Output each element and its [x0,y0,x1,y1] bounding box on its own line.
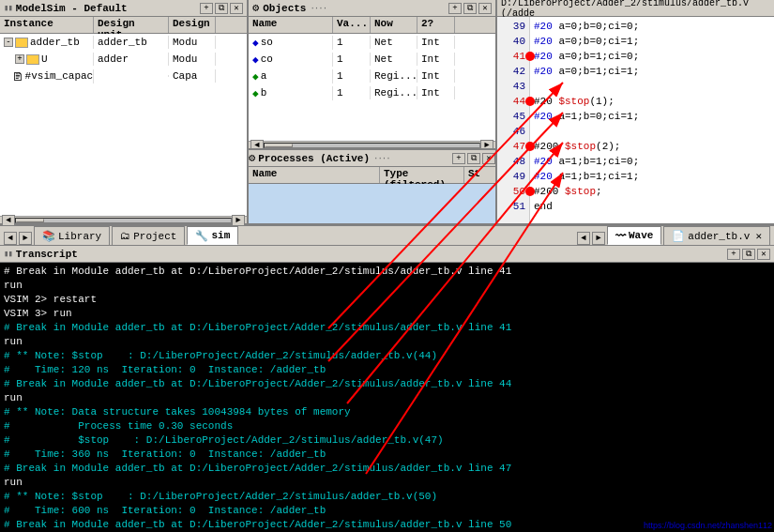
watermark: https://blog.csdn.net/zhanshen112 [644,521,772,530]
scroll-right-btn[interactable]: ► [232,215,245,226]
obj-val-co: 1 [333,53,371,66]
line-number: 44 [497,94,529,109]
transcript-pin-button[interactable]: + [727,249,740,260]
objects-title-left: ⚙ Objects ···· [252,1,326,15]
objects-panel: ⚙ Objects ···· + ⧉ ✕ Name Va... Now 2? ◆… [249,0,497,223]
processes-panel: ⚙ Processes (Active) ···· + ⧉ ✕ Name Typ… [249,148,495,223]
close-button[interactable]: ✕ [230,3,243,14]
tree-expand-icon[interactable]: - [4,38,13,47]
obj-col-now-label: Now [371,17,417,33]
code-line: #20 a=1;b=1;ci=1; [534,169,770,184]
instance-row[interactable]: - adder_tb adder_tb Modu [0,34,247,51]
objects-rows: ◆ so 1 Net Int ◆ co 1 Net Int ◆ [249,34,495,141]
instance-rows: - adder_tb adder_tb Modu + U adder Modu [0,34,247,216]
line-number: 43 [497,79,529,94]
obj-col-age-label: 2? [417,17,455,33]
line-number: 47 [497,139,529,154]
transcript-line: run [4,335,770,349]
right-tab-scroll-right[interactable]: ► [592,232,605,245]
obj-now-so: Net [371,36,417,49]
instance-hscroll[interactable]: ◄ ► [0,216,247,223]
obj-pin-button[interactable]: + [448,3,462,14]
breakpoint-dot [525,187,535,196]
proc-gear-icon: ⚙ [249,151,255,165]
object-row-co[interactable]: ◆ co 1 Net Int [249,51,495,68]
instance-row[interactable]: 🖹 #vsim_capacity# Capa [0,68,247,84]
breakpoint-dot [525,142,535,151]
tab-wave[interactable]: 〰 Wave [607,226,661,245]
obj-age-b: Int [417,86,455,99]
pin-button[interactable]: + [200,3,213,14]
instance-panel-controls[interactable]: + ⧉ ✕ [200,3,243,14]
objects-dots: ···· [310,4,326,13]
object-row-so[interactable]: ◆ so 1 Net Int [249,34,495,51]
obj-now-b: Regi... [371,86,417,99]
object-row-a[interactable]: ◆ a 1 Regi... Int [249,68,495,84]
instance-name-cap: #vsim_capacity# [25,70,94,82]
instance-design-u: Modu [169,53,216,66]
instance-title-left: ▮▮ ModelSim - Default [4,3,128,14]
proc-close-button[interactable]: ✕ [482,153,495,164]
proc-col-st-label: St [464,167,493,183]
transcript-panel-controls[interactable]: + ⧉ ✕ [727,249,770,260]
transcript-dots: ▮▮ [4,249,12,259]
code-titlebar: D:/LiberoProject/Adder_2/stimulus/adder_… [497,0,774,17]
transcript-restore-button[interactable]: ⧉ [742,249,755,260]
transcript-line: # Break in Module adder_tb at D:/LiberoP… [4,377,770,391]
transcript-close-button[interactable]: ✕ [757,249,770,260]
objects-panel-controls[interactable]: + ⧉ ✕ [448,3,492,14]
tab-project[interactable]: 🗂 Project [112,226,185,245]
obj-age-a: Int [417,69,455,83]
tab-adder-tb[interactable]: 📄 adder_tb.v ✕ [663,226,770,245]
objects-hscroll[interactable]: ◄ ► [249,141,495,148]
line-number: 42 [497,64,529,79]
transcript-line: # Break in Module adder_tb at D:/LiberoP… [4,321,770,335]
transcript-title-area: ▮▮ Transcript [4,249,78,260]
proc-panel-controls[interactable]: + ⧉ ✕ [452,153,495,164]
col-instance-label: Instance [0,17,94,33]
library-icon: 📚 [42,230,55,242]
obj-scroll-track[interactable] [264,143,480,148]
right-tab-scroll-left[interactable]: ◄ [577,232,590,245]
instance-row[interactable]: + U adder Modu [0,51,247,68]
obj-val-so: 1 [333,36,371,49]
transcript-line: # ** Note: $stop : D:/LiberoProject/Adde… [4,349,770,363]
instance-name-cell: + U [0,53,94,66]
object-row-b[interactable]: ◆ b 1 Regi... Int [249,84,495,101]
transcript-line: run [4,279,770,293]
transcript-line: # Time: 360 ns Iteration: 0 Instance: /a… [4,448,770,462]
instance-title-text: ModelSim - Default [16,3,128,14]
folder-icon-u [26,54,39,65]
obj-now-a: Regi... [371,69,417,83]
transcript-content[interactable]: # Break in Module adder_tb at D:/LiberoP… [0,263,774,532]
transcript-titlebar: ▮▮ Transcript + ⧉ ✕ [0,246,774,263]
obj-close-button[interactable]: ✕ [478,3,492,14]
instance-design: Modu [169,36,216,49]
tab-scroll-right[interactable]: ► [19,232,32,245]
obj-restore-button[interactable]: ⧉ [463,3,477,14]
tab-library[interactable]: 📚 Library [34,226,110,245]
tree-expand-icon-u[interactable]: + [15,54,24,64]
code-line: #200 $stop; [534,184,770,199]
code-line: end [534,199,770,214]
proc-pin-button[interactable]: + [452,153,465,164]
close-tab-icon[interactable]: ✕ [755,230,762,242]
instance-name-cell: - adder_tb [0,36,94,49]
adder-tb-label: adder_tb.v [688,231,750,242]
restore-button[interactable]: ⧉ [215,3,228,14]
breakpoint-dot [525,52,535,61]
scroll-track[interactable] [15,218,232,223]
instance-name: adder_tb [30,37,80,48]
project-label: Project [133,231,176,242]
transcript-line: # Process time 0.30 seconds [4,419,770,433]
obj-name-a: ◆ a [249,69,333,84]
obj-val-a: 1 [333,69,371,83]
sim-label: sim [211,230,230,241]
scroll-left-btn[interactable]: ◄ [2,215,15,226]
instance-name-cell: 🖹 #vsim_capacity# [0,69,94,84]
tab-scroll-left[interactable]: ◄ [4,232,17,245]
tab-sim[interactable]: 🔧 sim [187,226,238,245]
obj-age-so: Int [417,36,455,49]
proc-restore-button[interactable]: ⧉ [467,153,480,164]
code-line: #200 $stop(2); [534,139,770,154]
